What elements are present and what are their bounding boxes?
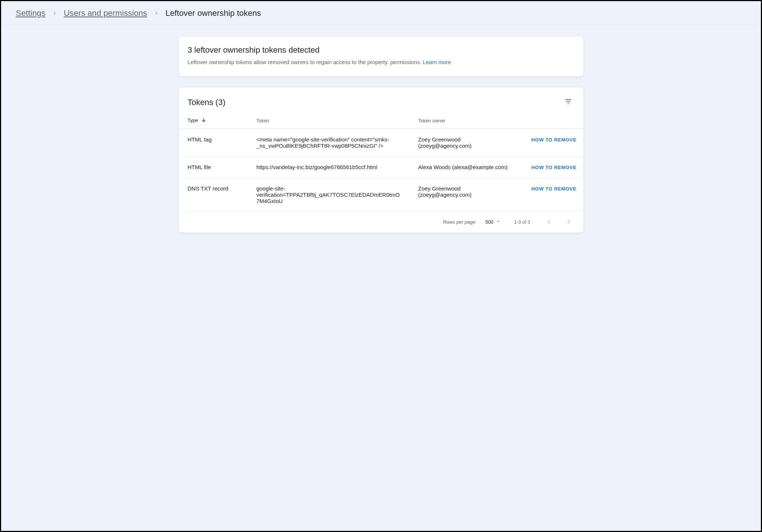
cell-owner: Alexa Woods (alexa@example.com): [409, 157, 522, 178]
breadcrumb-users-permissions[interactable]: Users and permissions: [64, 8, 147, 18]
table-row: HTML tag <meta name="google-site-verific…: [179, 129, 583, 157]
filter-button[interactable]: [562, 95, 574, 109]
notice-body: Leftover ownership tokens allow removed …: [188, 59, 423, 65]
table-row: DNS TXT record google-site-verification=…: [179, 178, 583, 212]
chevron-right-icon: [51, 10, 58, 17]
cell-type: HTML tag: [179, 129, 248, 157]
prev-page-button[interactable]: [543, 216, 555, 227]
filter-icon: [564, 101, 572, 107]
chevron-right-icon: [153, 10, 160, 17]
chevron-right-icon: [565, 218, 573, 226]
rows-per-page-select[interactable]: 500: [485, 217, 501, 227]
breadcrumb: Settings Users and permissions Leftover …: [1, 1, 761, 24]
cell-token: google-site-verification=TPPA2TBf9j_qAK7…: [248, 178, 409, 212]
table-footer: Rows per page: 500 1-3 of 3: [179, 211, 583, 232]
col-header-type-label: Type: [188, 118, 198, 123]
cell-token: https://vandelay-inc.biz/google6766561b5…: [248, 157, 409, 178]
next-page-button[interactable]: [563, 216, 574, 227]
tokens-table: Type Token Token owner HTML tag <meta n: [179, 112, 583, 211]
pagination-range: 1-3 of 3: [514, 219, 530, 225]
cell-type: HTML file: [179, 157, 248, 178]
notice-card: 3 leftover ownership tokens detected Lef…: [178, 36, 584, 77]
rows-per-page-label: Rows per page:: [443, 219, 476, 225]
tokens-card: Tokens (3) Type: [178, 87, 584, 233]
cell-owner: Zoey Greenwood (zoeyg@agency.com): [409, 129, 522, 157]
tokens-title: Tokens (3): [188, 98, 226, 107]
col-header-token[interactable]: Token: [248, 112, 409, 129]
breadcrumb-current: Leftover ownership tokens: [165, 8, 261, 18]
col-header-type[interactable]: Type: [179, 112, 248, 129]
arrow-down-icon: [201, 119, 207, 124]
col-header-action: [522, 112, 583, 129]
notice-heading: 3 leftover ownership tokens detected: [188, 45, 574, 55]
cell-type: DNS TXT record: [179, 178, 248, 212]
rows-per-page-value: 500: [485, 219, 493, 225]
learn-more-link[interactable]: Learn more: [423, 59, 451, 65]
cell-owner: Zoey Greenwood (zoeyg@agency.com): [409, 178, 522, 212]
dropdown-icon: [496, 219, 501, 225]
breadcrumb-settings[interactable]: Settings: [16, 8, 45, 18]
how-to-remove-link[interactable]: HOW TO REMOVE: [531, 137, 576, 143]
how-to-remove-link[interactable]: HOW TO REMOVE: [531, 165, 576, 170]
how-to-remove-link[interactable]: HOW TO REMOVE: [531, 186, 576, 192]
table-row: HTML file https://vandelay-inc.biz/googl…: [179, 157, 583, 178]
col-header-owner[interactable]: Token owner: [409, 112, 522, 129]
chevron-left-icon: [545, 218, 553, 226]
cell-token: <meta name="google-site-verification" co…: [248, 129, 409, 157]
